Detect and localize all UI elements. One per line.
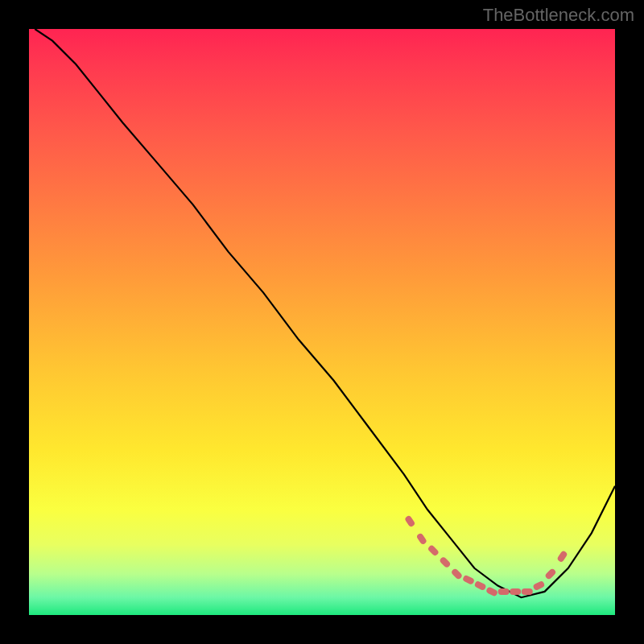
- svg-rect-10: [522, 588, 533, 595]
- svg-rect-11: [532, 580, 545, 591]
- svg-rect-13: [556, 550, 568, 563]
- svg-rect-8: [498, 588, 510, 595]
- watermark-text: TheBottleneck.com: [483, 5, 634, 26]
- svg-rect-4: [451, 568, 464, 580]
- svg-rect-9: [510, 588, 521, 595]
- svg-rect-7: [485, 586, 498, 597]
- svg-rect-3: [439, 556, 452, 569]
- svg-rect-0: [404, 514, 415, 527]
- svg-rect-5: [462, 575, 475, 585]
- svg-rect-1: [416, 532, 427, 545]
- svg-rect-6: [474, 580, 487, 591]
- svg-rect-2: [427, 544, 440, 557]
- chart-plot-area: [29, 29, 615, 615]
- svg-rect-12: [544, 568, 557, 580]
- chart-markers: [29, 29, 615, 615]
- chart-curve: [29, 29, 615, 615]
